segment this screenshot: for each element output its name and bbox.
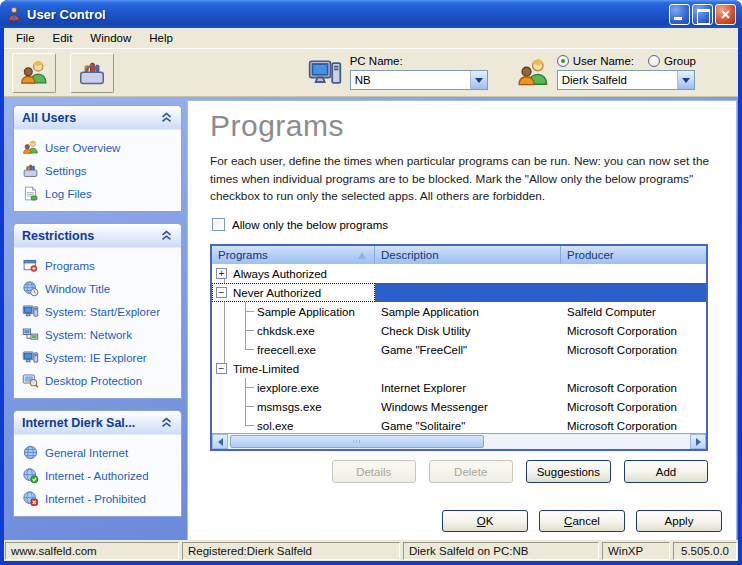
cell-description — [375, 283, 561, 302]
table-row[interactable]: sol.exeGame "Solitaire" Microsoft Corpor… — [212, 416, 706, 433]
scrollbar-thumb[interactable] — [230, 435, 484, 448]
network-icon — [22, 326, 39, 343]
menu-window[interactable]: Window — [82, 30, 139, 46]
section-header-all-users[interactable]: All Users — [14, 106, 181, 130]
scroll-right-button[interactable] — [690, 434, 706, 449]
sidebar-item-system-ie-explorer[interactable]: System: IE Explorer — [20, 346, 179, 369]
scroll-left-button[interactable] — [212, 434, 228, 449]
user-name-select[interactable]: Dierk Salfeld — [557, 70, 695, 90]
sidebar-item-desktop-protection[interactable]: Desktop Protection — [20, 369, 179, 392]
allow-only-checkbox[interactable]: Allow only the below programs — [212, 218, 724, 231]
menu-file[interactable]: File — [8, 30, 43, 46]
chevron-up-icon — [160, 417, 173, 428]
user-group-radios: User Name: Group — [557, 55, 696, 67]
pc-dropdown-button[interactable] — [470, 71, 487, 89]
section-header-internet-dierk-sal[interactable]: Internet Dierk Sal... — [14, 411, 181, 435]
collapse-toggle[interactable]: − — [216, 363, 227, 374]
pc-selector-group: PC Name: NB — [307, 55, 488, 91]
sidebar-item-label: Window Title — [45, 283, 110, 295]
status-www-salfeld-com: www.salfeld.com — [5, 542, 179, 560]
cell-program: sol.exe — [257, 420, 293, 432]
table-row[interactable]: −Time-Limited — [212, 359, 706, 378]
table-buttons: DetailsDeleteSuggestionsAdd — [210, 460, 708, 483]
table-row[interactable]: iexplore.exeInternet Explorer Microsoft … — [212, 378, 706, 397]
table-row[interactable]: freecell.exeGame "FreeCell" Microsoft Co… — [212, 340, 706, 359]
tree-line — [245, 388, 246, 397]
user-overview-button[interactable] — [12, 53, 56, 93]
expand-toggle[interactable]: + — [216, 268, 227, 279]
computer-icon — [22, 303, 39, 320]
cell-program: Never Authorized — [233, 287, 321, 299]
table-row[interactable]: Sample ApplicationSample Application Sal… — [212, 302, 706, 321]
suggestions-button[interactable]: Suggestions — [526, 460, 611, 483]
cell-producer — [561, 359, 706, 378]
sidebar-item-internet-prohibited[interactable]: Internet - Prohibited — [20, 487, 179, 510]
tree-line — [245, 378, 254, 388]
table-row[interactable]: chkdsk.exeCheck Disk Utility Microsoft C… — [212, 321, 706, 340]
cell-description: Sample Application — [375, 302, 561, 321]
cell-program: freecell.exe — [257, 344, 316, 356]
status-bar: www.salfeld.comRegistered:Dierk SalfeldD… — [4, 540, 738, 561]
menu-edit[interactable]: Edit — [45, 30, 81, 46]
pc-name-select[interactable]: NB — [350, 70, 488, 90]
section-body: General InternetInternet - AuthorizedInt… — [14, 435, 181, 516]
programs-table: ProgramsDescriptionProducer +Always Auth… — [210, 244, 708, 451]
section-body: ProgramsWindow TitleSystem: Start/Explor… — [14, 248, 181, 398]
horizontal-scrollbar[interactable] — [212, 433, 706, 449]
sidebar-section-internet-dierk-sal: Internet Dierk Sal... General InternetIn… — [13, 410, 182, 517]
delete-button: Delete — [429, 460, 513, 483]
table-header: ProgramsDescriptionProducer — [212, 246, 706, 264]
status-dierk-salfeld-on-pc-nb: Dierk Salfeld on PC:NB — [403, 542, 599, 560]
add-button[interactable]: Add — [624, 460, 708, 483]
section-title: All Users — [22, 111, 76, 125]
computer-icon — [22, 349, 39, 366]
cell-description: Game "Solitaire" — [375, 416, 561, 433]
group-radio-label: Group — [664, 55, 696, 67]
user-selector-group: User Name: Group Dierk Salfeld — [516, 55, 696, 90]
user-dropdown-button[interactable] — [677, 71, 694, 89]
sidebar-section-restrictions: Restrictions ProgramsWindow TitleSystem:… — [13, 223, 182, 399]
title-bar: User Control — [0, 0, 742, 28]
column-header-programs[interactable]: Programs — [212, 246, 375, 264]
table-row[interactable]: −Never Authorized — [212, 283, 706, 302]
toolbox-icon — [77, 58, 107, 88]
sidebar-item-user-overview[interactable]: User Overview — [20, 136, 179, 159]
sidebar-item-settings[interactable]: Settings — [20, 159, 179, 182]
scrollbar-track[interactable] — [228, 434, 690, 449]
sidebar-item-label: Settings — [45, 165, 87, 177]
arrow-left-icon — [218, 438, 223, 446]
cell-program: chkdsk.exe — [257, 325, 315, 337]
table-row[interactable]: msmsgs.exeWindows Messenger Microsoft Co… — [212, 397, 706, 416]
sidebar-item-general-internet[interactable]: General Internet — [20, 441, 179, 464]
globe-icon — [22, 444, 39, 461]
table-row[interactable]: +Always Authorized — [212, 264, 706, 283]
cancel-button[interactable]: Cancel — [539, 510, 625, 532]
cell-description: Check Disk Utility — [375, 321, 561, 340]
sidebar-item-programs[interactable]: Programs — [20, 254, 179, 277]
minimize-button[interactable] — [669, 4, 690, 25]
ok-button[interactable]: OK — [442, 510, 528, 532]
settings-button[interactable] — [70, 53, 114, 93]
sidebar-item-system-start-explorer[interactable]: System: Start/Explorer — [20, 300, 179, 323]
group-radio[interactable]: Group — [648, 55, 696, 67]
globe-clock-icon — [22, 280, 39, 297]
menu-help[interactable]: Help — [141, 30, 181, 46]
page-description: For each user, define the times when par… — [210, 153, 722, 206]
apply-button[interactable]: Apply — [636, 510, 722, 532]
sidebar-item-window-title[interactable]: Window Title — [20, 277, 179, 300]
user-name-radio[interactable]: User Name: — [557, 55, 634, 67]
maximize-button[interactable] — [692, 4, 713, 25]
tree-line — [245, 407, 246, 416]
globe-check-icon — [22, 467, 39, 484]
close-button[interactable] — [715, 4, 736, 25]
collapse-toggle[interactable]: − — [216, 287, 227, 298]
section-header-restrictions[interactable]: Restrictions — [14, 224, 181, 248]
cell-producer: Salfeld Computer — [561, 302, 706, 321]
radio-icon — [648, 55, 660, 67]
column-header-description[interactable]: Description — [375, 246, 561, 264]
sidebar-item-system-network[interactable]: System: Network — [20, 323, 179, 346]
sidebar-item-internet-authorized[interactable]: Internet - Authorized — [20, 464, 179, 487]
sidebar-item-log-files[interactable]: Log Files — [20, 182, 179, 205]
column-header-producer[interactable]: Producer — [561, 246, 706, 264]
toolbar-buttons — [12, 53, 121, 93]
